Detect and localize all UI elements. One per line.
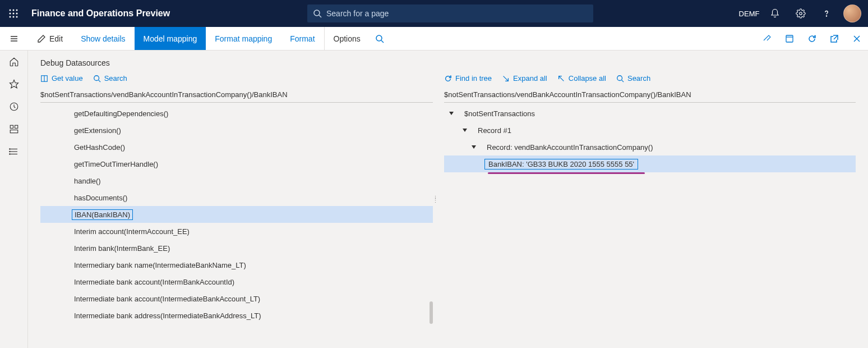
svg-point-8 [16, 16, 18, 18]
get-value-button[interactable]: Get value [40, 74, 83, 83]
top-nav-bar: Finance and Operations Preview Search fo… [0, 0, 868, 27]
app-launcher-icon[interactable] [0, 0, 27, 27]
svg-point-1 [13, 10, 15, 11]
caret-down-icon[interactable] [449, 109, 454, 118]
svg-point-9 [314, 10, 320, 16]
format-mapping-tab[interactable]: Format mapping [206, 27, 281, 50]
svg-line-17 [381, 40, 384, 43]
sidebar-toggle-icon[interactable] [0, 27, 28, 51]
search-icon [616, 75, 624, 83]
user-avatar[interactable] [840, 0, 865, 27]
rail-recent-icon[interactable] [0, 95, 28, 118]
notifications-icon[interactable] [763, 0, 787, 27]
collapse-icon [557, 75, 565, 83]
caret-down-icon[interactable] [462, 126, 468, 135]
right-toolbar: Find in tree Expand all Collapse all Sea… [444, 74, 856, 83]
open-in-new-window-icon[interactable] [778, 27, 801, 51]
company-code[interactable]: DEMF [737, 0, 761, 27]
caret-down-icon[interactable] [471, 143, 477, 152]
global-search-input[interactable]: Search for a page [307, 4, 593, 22]
tree-item[interactable]: Interim account(IntermAccount_EE) [40, 223, 433, 240]
svg-line-10 [319, 15, 321, 17]
attachments-icon[interactable] [756, 27, 778, 51]
format-tab[interactable]: Format [281, 27, 324, 50]
tree-item[interactable]: Interim bank(IntermBank_EE) [40, 240, 433, 257]
right-search-button[interactable]: Search [616, 74, 650, 83]
right-path: $notSentTransactions/vendBankAccountInTr… [444, 87, 856, 103]
svg-point-30 [10, 149, 11, 150]
rail-workspaces-icon[interactable] [0, 118, 28, 140]
edit-button[interactable]: Edit [28, 27, 72, 50]
refresh-icon[interactable] [801, 27, 823, 51]
right-tree: $notSentTransactions Record #1 Record: v… [444, 105, 856, 174]
svg-point-11 [800, 12, 802, 15]
expand-icon [502, 75, 510, 83]
inline-search-button[interactable] [370, 27, 393, 50]
svg-rect-24 [10, 125, 13, 128]
svg-point-3 [10, 13, 11, 15]
rail-favorites-icon[interactable] [0, 73, 28, 95]
close-icon[interactable] [846, 27, 868, 51]
rail-home-icon[interactable] [0, 51, 28, 73]
svg-point-4 [13, 13, 15, 15]
svg-marker-22 [10, 80, 19, 88]
find-in-tree-button[interactable]: Find in tree [444, 74, 492, 83]
refresh-icon [444, 75, 452, 83]
highlight-underline [488, 172, 645, 174]
svg-point-16 [376, 35, 382, 41]
tree-node[interactable]: Record: vendBankAccountInTransactionComp… [444, 139, 856, 155]
rail-modules-icon[interactable] [0, 140, 28, 163]
left-toolbar: Get value Search [40, 74, 433, 83]
pane-splitter[interactable]: ⋮⋮ [432, 197, 438, 202]
tree-node[interactable]: Record #1 [444, 122, 856, 139]
avatar-image [843, 4, 861, 22]
left-path: $notSentTransactions/vendBankAccountInTr… [40, 87, 433, 103]
svg-line-36 [98, 80, 100, 82]
svg-point-6 [10, 16, 11, 18]
tree-item[interactable]: getExtension() [40, 122, 433, 139]
svg-marker-39 [449, 112, 454, 115]
top-right-area: DEMF [737, 0, 865, 27]
tree-item[interactable]: getDefaultingDependencies() [40, 105, 433, 122]
expand-all-button[interactable]: Expand all [502, 74, 547, 83]
model-mapping-tab[interactable]: Model mapping [135, 27, 206, 50]
tree-node[interactable]: $notSentTransactions [444, 105, 856, 122]
svg-point-32 [10, 154, 11, 155]
search-placeholder: Search for a page [326, 9, 389, 18]
tree-item[interactable]: handle() [40, 172, 433, 189]
tree-item-selected[interactable]: IBAN(BankIBAN) [40, 206, 433, 223]
svg-rect-25 [15, 125, 18, 128]
show-details-button[interactable]: Show details [72, 27, 134, 50]
tree-item[interactable]: Intermediary bank name(IntermediateBankN… [40, 257, 433, 273]
search-icon [93, 75, 101, 83]
svg-marker-40 [463, 129, 467, 132]
svg-line-38 [622, 80, 624, 82]
svg-point-35 [94, 75, 99, 80]
right-pane: Find in tree Expand all Collapse all Sea… [444, 74, 856, 324]
left-tree: getDefaultingDependencies() getExtension… [40, 105, 433, 324]
tree-item[interactable]: Intermediate bank address(IntermediateBa… [40, 307, 433, 324]
help-icon[interactable] [814, 0, 839, 27]
book-icon [40, 75, 48, 83]
tree-item[interactable]: getTimeOutTimerHandle() [40, 155, 433, 172]
left-rail [0, 51, 28, 348]
svg-point-2 [16, 10, 18, 11]
svg-point-7 [13, 16, 15, 18]
popout-icon[interactable] [823, 27, 846, 51]
tree-item[interactable]: Intermediate bank account(IntermBankAcco… [40, 273, 433, 290]
tree-node-selected[interactable]: BankIBAN: 'GB33 BUKB 2020 1555 5555 55' [444, 155, 856, 172]
tree-item[interactable]: Intermediate bank account(IntermediateBa… [40, 290, 433, 307]
left-search-button[interactable]: Search [93, 74, 127, 83]
svg-marker-41 [472, 145, 476, 149]
svg-point-37 [617, 75, 622, 80]
svg-rect-26 [10, 130, 18, 133]
scrollbar-thumb[interactable] [430, 301, 433, 324]
tree-item[interactable]: GetHashCode() [40, 139, 433, 155]
collapse-all-button[interactable]: Collapse all [557, 74, 606, 83]
tree-item[interactable]: hasDocuments() [40, 189, 433, 206]
svg-point-0 [10, 10, 11, 11]
pencil-icon [37, 34, 46, 43]
svg-point-31 [10, 151, 11, 152]
settings-icon[interactable] [788, 0, 813, 27]
options-button[interactable]: Options [324, 27, 370, 50]
